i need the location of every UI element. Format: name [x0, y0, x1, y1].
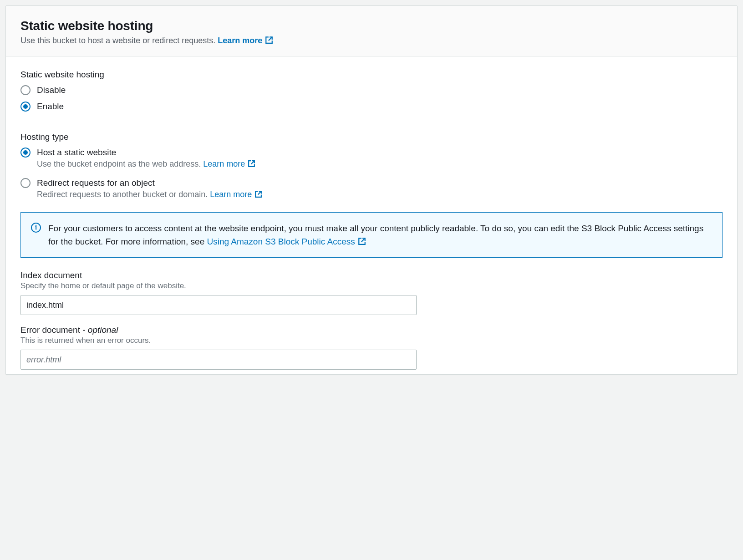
index-document-input[interactable] — [20, 295, 417, 315]
radio-host-static-title: Host a static website — [37, 147, 255, 158]
radio-redirect[interactable] — [20, 178, 31, 188]
radio-enable-label: Enable — [37, 101, 64, 112]
card-description: Use this bucket to host a website or red… — [20, 36, 723, 46]
index-document-desc: Specify the home or default page of the … — [20, 281, 723, 290]
hosting-toggle-label: Static website hosting — [20, 70, 723, 80]
learn-more-link-header[interactable]: Learn more — [218, 36, 273, 45]
card-description-text: Use this bucket to host a website or red… — [20, 36, 215, 45]
static-website-hosting-card: Static website hosting Use this bucket t… — [5, 5, 738, 375]
external-link-icon — [265, 36, 273, 44]
radio-row-enable[interactable]: Enable — [20, 101, 723, 112]
radio-redirect-sub: Redirect requests to another bucket or d… — [37, 190, 262, 199]
info-text: For your customers to access content at … — [48, 222, 712, 249]
radio-host-static[interactable] — [20, 148, 31, 158]
external-link-icon — [254, 190, 262, 198]
learn-more-link-redirect[interactable]: Learn more — [210, 190, 262, 199]
info-icon: i — [31, 223, 41, 233]
error-document-label: Error document - optional — [20, 325, 723, 335]
radio-host-static-sub: Use the bucket endpoint as the web addre… — [37, 159, 255, 169]
learn-more-link-static[interactable]: Learn more — [203, 159, 255, 168]
error-document-field: Error document - optional This is return… — [20, 325, 723, 370]
card-header: Static website hosting Use this bucket t… — [6, 6, 737, 57]
error-document-input[interactable] — [20, 350, 417, 370]
public-access-info-box: i For your customers to access content a… — [20, 212, 723, 258]
radio-row-disable[interactable]: Disable — [20, 84, 723, 96]
hosting-type-label: Hosting type — [20, 132, 723, 142]
radio-row-redirect[interactable]: Redirect requests for an object Redirect… — [20, 177, 723, 199]
error-document-desc: This is returned when an error occurs. — [20, 336, 723, 345]
radio-enable[interactable] — [20, 102, 31, 112]
index-document-label: Index document — [20, 270, 723, 280]
radio-row-host-static[interactable]: Host a static website Use the bucket end… — [20, 147, 723, 169]
radio-disable-label: Disable — [37, 84, 66, 96]
external-link-icon — [358, 237, 366, 245]
radio-redirect-title: Redirect requests for an object — [37, 177, 262, 189]
radio-disable[interactable] — [20, 85, 31, 95]
index-document-field: Index document Specify the home or defau… — [20, 270, 723, 315]
external-link-icon — [248, 160, 255, 168]
card-title: Static website hosting — [20, 19, 723, 33]
block-public-access-link[interactable]: Using Amazon S3 Block Public Access — [207, 237, 366, 246]
